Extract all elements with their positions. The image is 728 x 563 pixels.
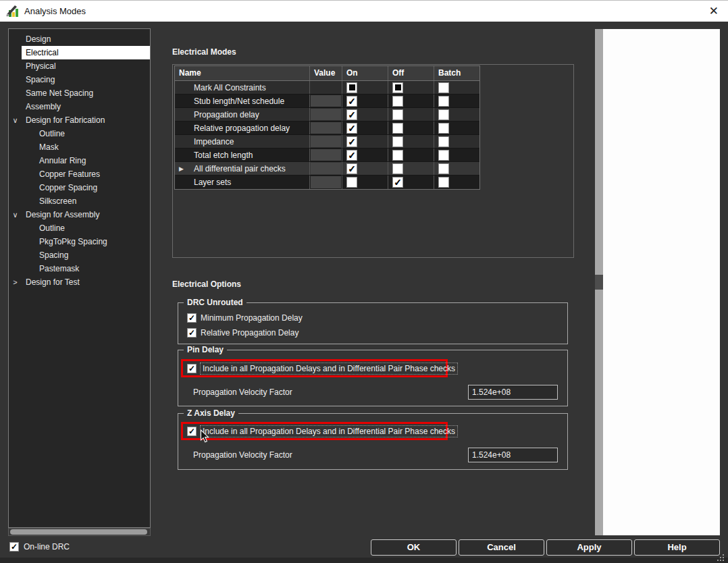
close-icon[interactable]: ✕ <box>709 4 719 18</box>
cancel-button[interactable]: Cancel <box>459 539 544 556</box>
row-name-label: Impedance <box>175 137 234 146</box>
on-checkbox-checked[interactable]: ✓ <box>346 96 357 107</box>
value-field[interactable] <box>311 149 341 161</box>
z-axis-include-checkbox[interactable]: ✓ <box>187 427 197 436</box>
cell-value[interactable] <box>310 149 342 161</box>
ok-button[interactable]: OK <box>371 539 457 556</box>
value-field[interactable] <box>311 95 341 107</box>
on-checkbox-checked[interactable]: ✓ <box>346 123 357 134</box>
table-row-mark-all-constraints[interactable]: Mark All Constraints <box>175 81 479 95</box>
value-field[interactable] <box>311 176 341 188</box>
sidebar-item-design[interactable]: Design <box>9 32 150 46</box>
batch-checkbox-unchecked[interactable] <box>438 82 449 93</box>
batch-checkbox-unchecked[interactable] <box>438 96 449 107</box>
value-field[interactable] <box>311 163 341 174</box>
off-checkbox-unchecked[interactable] <box>392 150 403 161</box>
off-checkbox-unchecked[interactable] <box>392 163 403 174</box>
sidebar-tree: DesignElectricalPhysicalSpacingSame Net … <box>8 28 151 528</box>
min-propagation-delay-checkbox[interactable]: ✓ <box>187 313 197 323</box>
batch-checkbox-unchecked[interactable] <box>438 136 449 147</box>
sidebar-horizontal-scrollbar[interactable] <box>8 528 151 536</box>
relative-propagation-delay-checkbox[interactable]: ✓ <box>187 328 197 338</box>
on-checkbox-checked[interactable]: ✓ <box>346 109 357 120</box>
sidebar-item-spacing[interactable]: Spacing <box>9 73 150 86</box>
cell-off <box>388 135 434 148</box>
sidebar-item-spacing[interactable]: Spacing <box>9 248 150 262</box>
on-checkbox-checked[interactable]: ✓ <box>346 150 357 161</box>
sidebar-item-physical[interactable]: Physical <box>9 59 150 73</box>
sidebar-item-design-for-assembly[interactable]: ∨Design for Assembly <box>9 208 150 221</box>
on-checkbox-partial[interactable] <box>346 82 357 93</box>
batch-checkbox-unchecked[interactable] <box>438 163 449 174</box>
sidebar-item-mask[interactable]: Mask <box>9 140 150 154</box>
batch-checkbox-unchecked[interactable] <box>438 123 449 134</box>
sidebar-item-label: Silkscreen <box>22 194 150 208</box>
chevron-down-icon[interactable]: ∨ <box>9 208 22 221</box>
check-icon: ✓ <box>188 313 195 323</box>
cell-value[interactable] <box>310 122 342 134</box>
cell-value[interactable] <box>310 176 342 189</box>
value-field[interactable] <box>311 122 341 134</box>
table-row-stub-length-net-schedule[interactable]: Stub length/Net schedule✓ <box>175 95 479 108</box>
sidebar-item-design-for-fabrication[interactable]: ∨Design for Fabrication <box>9 113 150 127</box>
on-checkbox-checked[interactable]: ✓ <box>346 163 357 174</box>
sidebar-item-electrical[interactable]: Electrical <box>9 46 150 59</box>
help-button[interactable]: Help <box>634 539 720 556</box>
sidebar-item-design-for-test[interactable]: >Design for Test <box>9 275 150 289</box>
cell-value[interactable] <box>310 135 342 148</box>
sidebar-item-copper-features[interactable]: Copper Features <box>9 167 150 181</box>
sidebar-item-silkscreen[interactable]: Silkscreen <box>9 194 150 208</box>
chevron-right-icon[interactable]: > <box>9 275 22 289</box>
chevron-down-icon[interactable]: ∨ <box>9 113 22 127</box>
cell-name: ▶All differential pair checks <box>175 162 310 175</box>
sidebar-item-outline[interactable]: Outline <box>9 221 150 235</box>
off-checkbox-unchecked[interactable] <box>392 109 403 120</box>
sidebar-item-pkgtopkg-spacing[interactable]: PkgToPkg Spacing <box>9 235 150 248</box>
pin-delay-velocity-input[interactable] <box>468 385 558 400</box>
sidebar-item-outline[interactable]: Outline <box>9 127 150 140</box>
off-checkbox-unchecked[interactable] <box>392 96 403 107</box>
cell-value <box>310 81 342 94</box>
table-row-relative-propagation-delay[interactable]: Relative propagation delay✓ <box>175 122 479 135</box>
table-row-impedance[interactable]: Impedance✓ <box>175 135 479 149</box>
z-axis-velocity-input[interactable] <box>468 448 558 462</box>
batch-checkbox-unchecked[interactable] <box>438 177 449 188</box>
cell-value[interactable] <box>310 95 342 107</box>
pin-delay-include-checkbox[interactable]: ✓ <box>187 364 197 373</box>
sidebar-item-copper-spacing[interactable]: Copper Spacing <box>9 181 150 194</box>
on-checkbox-unchecked[interactable] <box>346 177 357 188</box>
table-row-layer-sets[interactable]: Layer sets✓ <box>175 176 479 189</box>
sidebar-item-annular-ring[interactable]: Annular Ring <box>9 154 150 167</box>
cell-value[interactable] <box>310 108 342 121</box>
horizontal-scrollbar-thumb[interactable] <box>10 529 147 535</box>
off-checkbox-unchecked[interactable] <box>392 136 403 147</box>
sidebar-item-pastemask[interactable]: Pastemask <box>9 262 150 275</box>
column-header-name: Name <box>175 66 310 80</box>
cell-name: Layer sets <box>175 176 310 189</box>
value-field[interactable] <box>311 136 341 147</box>
apply-button[interactable]: Apply <box>546 539 632 556</box>
check-icon: ✓ <box>348 110 356 119</box>
off-checkbox-unchecked[interactable] <box>392 123 403 134</box>
table-row-propagation-delay[interactable]: Propagation delay✓ <box>175 108 479 122</box>
analysis-modes-dialog: Analysis Modes ✕ DesignElectricalPhysica… <box>0 0 728 563</box>
vertical-scrollbar-thumb[interactable] <box>595 275 603 290</box>
sidebar-item-assembly[interactable]: Assembly <box>9 100 150 113</box>
resize-grip-icon[interactable] <box>717 552 725 563</box>
row-name-label: All differential pair checks <box>175 164 286 173</box>
batch-checkbox-unchecked[interactable] <box>438 109 449 120</box>
value-field[interactable] <box>311 109 341 120</box>
on-checkbox-checked[interactable]: ✓ <box>346 136 357 147</box>
sidebar-item-same-net-spacing[interactable]: Same Net Spacing <box>9 86 150 100</box>
row-name-label: Propagation delay <box>175 110 259 119</box>
batch-checkbox-unchecked[interactable] <box>438 150 449 161</box>
cell-value[interactable] <box>310 162 342 175</box>
table-row-all-differential-pair-checks[interactable]: ▶All differential pair checks✓ <box>175 162 479 176</box>
vertical-scrollbar[interactable] <box>595 29 603 535</box>
off-checkbox-checked[interactable]: ✓ <box>392 177 403 188</box>
sidebar-item-label: PkgToPkg Spacing <box>22 235 150 248</box>
expand-row-icon[interactable]: ▶ <box>179 165 184 172</box>
table-row-total-etch-length[interactable]: Total etch length✓ <box>175 149 479 162</box>
online-drc-checkbox[interactable]: ✓ <box>9 542 19 552</box>
off-checkbox-partial[interactable] <box>392 82 403 93</box>
